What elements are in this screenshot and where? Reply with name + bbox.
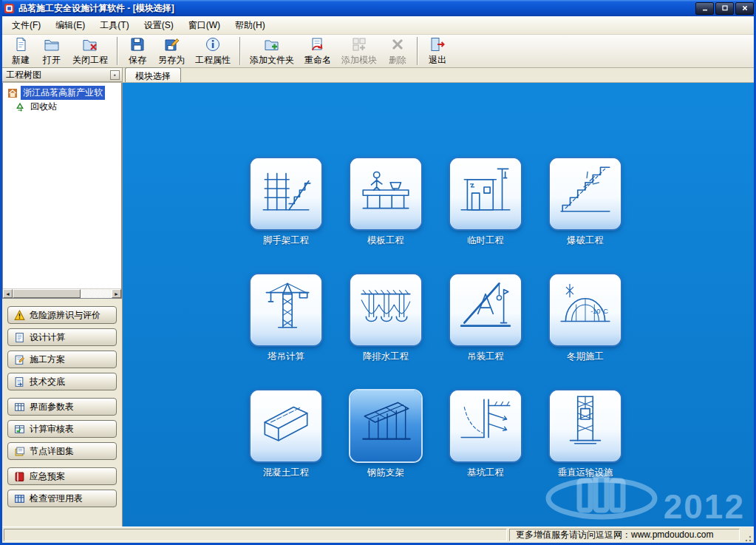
toolbar-button-save-as[interactable]: 另存为 [153,36,190,67]
sidebar-button-construction-plan[interactable]: 施工方案 [7,351,117,368]
toolbar-button-open[interactable]: 打开 [36,36,67,67]
menu-item-help[interactable]: 帮助(H) [228,17,272,34]
foundation-pit-icon [455,390,516,451]
properties-icon [205,36,221,53]
menu-item-file[interactable]: 文件(F) [5,17,47,34]
concrete-icon [256,390,316,451]
maximize-button[interactable] [715,2,734,15]
module-tile-concrete[interactable] [251,390,321,461]
toolbar: 新建打开关闭工程保存另存为工程属性添加文件夹重命名添加模块删除退出 [2,35,754,68]
minimize-button[interactable] [695,2,714,15]
sidebar-button-emergency-plan[interactable]: 应急预案 [7,467,117,485]
toolbar-button-exit[interactable]: 退出 [422,36,453,67]
scroll-left-arrow[interactable]: ◄ [3,289,13,298]
drainage-icon [355,274,416,335]
sidebar: 浙江品茗高新产业软回收站 ◄ ► 危险源辨识与评价设计计算施工方案技术交底界面参… [2,83,123,527]
module-tile-foundation-pit[interactable] [450,390,521,461]
resize-grip[interactable] [742,529,752,541]
svg-text:-10°C: -10°C [590,308,608,315]
save-icon [129,36,146,53]
toolbar-button-label: 新建 [12,54,30,67]
sidebar-button-label: 设计计算 [30,331,65,344]
toolbar-button-properties[interactable]: 工程属性 [190,36,236,67]
menu-item-edit[interactable]: 编辑(E) [49,17,92,34]
inspection-icon [14,493,25,504]
exit-icon [429,36,446,53]
sidebar-button-tech-disclosure[interactable]: 技术交底 [7,373,117,390]
module-label-scaffolding: 脚手架工程 [251,234,321,247]
menu-item-settings[interactable]: 设置(S) [137,17,180,34]
module-tile-tower-crane[interactable] [251,274,321,345]
module-label-drainage: 降排水工程 [350,351,421,363]
module-tile-scaffolding[interactable] [251,158,321,229]
status-text: 更多增值服务请访问逗逗网：www.pmdoudou.com [516,529,713,541]
module-tile-blasting[interactable] [550,158,621,229]
module-scaffolding: 脚手架工程 [251,153,321,247]
module-tile-hoisting[interactable] [450,274,521,345]
toolbar-button-close-project[interactable]: 关闭工程 [67,36,113,67]
save-as-icon [163,36,180,53]
open-icon [44,36,60,53]
param-table-icon [14,402,25,413]
tree-item-project-root[interactable]: 浙江品茗高新产业软 [3,86,121,100]
sidebar-button-label: 应急预案 [30,470,65,483]
toolbar-button-label: 关闭工程 [72,54,108,67]
home-icon [7,88,18,98]
sidebar-button-inspection-table[interactable]: 检查管理用表 [7,490,117,507]
toolbar-button-label: 保存 [129,54,146,67]
scroll-track[interactable] [13,289,112,298]
add-folder-icon [264,36,280,53]
watermark-year: 2012 [664,490,745,524]
sidebar-button-design-calc[interactable]: 设计计算 [7,328,117,346]
module-selection-area: 脚手架工程模板工程临时工程爆破工程塔吊计算降排水工程吊装工程-10°C冬期施工混… [123,83,754,527]
scroll-right-arrow[interactable]: ► [112,289,121,298]
blasting-icon [555,158,616,219]
sidebar-button-label: 技术交底 [30,376,65,388]
module-tile-rebar-support[interactable] [350,390,421,461]
detail-atlas-icon [14,446,25,457]
module-label-foundation-pit: 基坑工程 [450,467,521,479]
toolbar-button-label: 添加模块 [341,54,377,67]
add-module-icon [351,36,367,53]
close-project-icon [82,36,98,53]
toolbar-button-label: 打开 [43,54,61,67]
status-left-panel [4,529,507,541]
tree-panel-title: 工程树图 [6,69,41,81]
toolbar-button-add-module: 添加模块 [336,36,382,67]
module-tower-crane: 塔吊计算 [251,269,321,363]
module-tile-drainage[interactable] [350,274,421,345]
sidebar-button-calc-audit-table[interactable]: 计算审核表 [7,420,117,438]
tree-item-recycle-bin[interactable]: 回收站 [3,100,121,114]
emergency-icon [14,471,25,482]
menu-bar: 文件(F)编辑(E)工具(T)设置(S)窗口(W)帮助(H) [2,16,754,35]
toolbar-button-new[interactable]: 新建 [5,36,36,67]
tree-panel-header: 工程树图 ▪ [2,67,123,82]
module-label-rebar-support: 钢筋支架 [350,467,421,479]
menu-item-window[interactable]: 窗口(W) [182,17,227,34]
module-rebar-support: 钢筋支架 [350,385,421,479]
tech-disclosure-icon [14,376,25,387]
vertical-transport-icon [555,390,616,451]
scroll-thumb[interactable] [13,289,81,298]
sidebar-button-hazard-identify[interactable]: 危险源辨识与评价 [7,306,117,324]
menu-item-tools[interactable]: 工具(T) [93,17,135,34]
toolbar-button-add-folder[interactable]: 添加文件夹 [245,36,299,67]
toolbar-button-save[interactable]: 保存 [122,36,153,67]
close-button[interactable] [735,2,754,15]
sidebar-button-ui-param-table[interactable]: 界面参数表 [7,398,117,416]
module-tile-winter[interactable]: -10°C [550,274,621,345]
module-label-vertical-transport: 垂直运输设施 [550,467,621,479]
tab-module-select[interactable]: 模块选择 [125,67,181,82]
tree-item-label: 回收站 [28,100,59,114]
module-hoisting: 吊装工程 [450,269,521,363]
toolbar-separator [117,37,118,65]
sidebar-button-label: 危险源辨识与评价 [30,309,101,322]
module-label-formwork: 模板工程 [350,234,421,247]
module-tile-temporary[interactable] [450,158,521,229]
toolbar-button-rename[interactable]: 重命名 [299,36,336,67]
module-label-hoisting: 吊装工程 [450,351,521,363]
module-tile-vertical-transport[interactable] [550,390,621,461]
sidebar-button-node-detail-atlas[interactable]: 节点详图集 [7,442,117,460]
panel-menu-button[interactable]: ▪ [110,70,120,80]
module-tile-formwork[interactable] [350,158,421,229]
